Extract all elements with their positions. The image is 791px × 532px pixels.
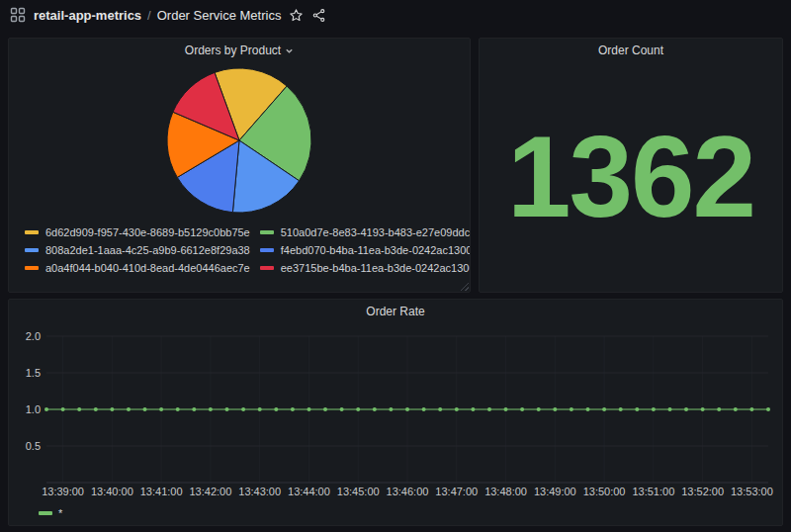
series-point bbox=[455, 407, 459, 411]
rate-chart[interactable]: 13:39:0013:40:0013:41:0013:42:0013:43:00… bbox=[17, 325, 774, 501]
series-point bbox=[717, 407, 721, 411]
series-point bbox=[192, 407, 196, 411]
stat-wrap: 1362 bbox=[480, 62, 782, 292]
legend-item[interactable]: ee3715be-b4ba-11ea-b3de-0242ac130004 bbox=[260, 262, 471, 274]
legend-swatch bbox=[260, 266, 274, 270]
x-tick-label: 13:46:00 bbox=[387, 486, 429, 497]
x-tick-label: 13:41:00 bbox=[140, 486, 183, 497]
series-point bbox=[734, 407, 738, 411]
series-point bbox=[373, 407, 377, 411]
series-point bbox=[405, 407, 409, 411]
series-point bbox=[701, 407, 705, 411]
x-tick-label: 13:43:00 bbox=[238, 486, 281, 497]
series-point bbox=[258, 407, 262, 411]
y-tick-label: 0.5 bbox=[26, 440, 41, 452]
stat-value: 1362 bbox=[507, 120, 754, 234]
legend-item[interactable]: 6d62d909-f957-430e-8689-b5129c0bb75e bbox=[25, 226, 250, 238]
series-point bbox=[602, 407, 606, 411]
panel-title-orders-by-product[interactable]: Orders by Product bbox=[9, 39, 470, 62]
panel-title-order-rate[interactable]: Order Rate bbox=[9, 300, 782, 323]
series-point bbox=[504, 407, 508, 411]
x-tick-label: 13:50:00 bbox=[583, 486, 626, 497]
x-tick-label: 13:52:00 bbox=[681, 486, 724, 497]
x-tick-label: 13:39:00 bbox=[42, 486, 84, 497]
dashboard-grid: Orders by Product 6d62d909-f957-430e-868… bbox=[0, 30, 791, 532]
series-point bbox=[586, 407, 590, 411]
series-point bbox=[143, 407, 147, 411]
series-point bbox=[537, 407, 541, 411]
x-tick-label: 13:48:00 bbox=[484, 486, 527, 497]
panel-title-label: Orders by Product bbox=[185, 44, 281, 57]
legend-swatch bbox=[25, 266, 39, 270]
series-point bbox=[438, 407, 442, 411]
series-point bbox=[274, 407, 278, 411]
share-icon[interactable] bbox=[311, 8, 326, 23]
rate-chart-body: 13:39:0013:40:0013:41:0013:42:0013:43:00… bbox=[9, 323, 782, 505]
series-point bbox=[308, 407, 311, 411]
panel-title-label: Order Count bbox=[598, 44, 663, 57]
series-point bbox=[520, 407, 524, 411]
y-tick-label: 2.0 bbox=[26, 330, 41, 342]
panel-orders-by-product: Orders by Product 6d62d909-f957-430e-868… bbox=[8, 38, 471, 293]
y-tick-label: 1.5 bbox=[26, 367, 41, 379]
apps-grid-icon[interactable] bbox=[10, 7, 26, 23]
pie-legend: 6d62d909-f957-430e-8689-b5129c0bb75e510a… bbox=[9, 215, 470, 274]
x-tick-label: 13:53:00 bbox=[731, 486, 773, 497]
series-point bbox=[225, 407, 229, 411]
series-point bbox=[766, 407, 770, 411]
legend-item[interactable]: a0a4f044-b040-410d-8ead-4de0446aec7e bbox=[25, 262, 250, 274]
legend-swatch bbox=[39, 511, 52, 515]
series-point bbox=[749, 407, 753, 411]
panel-order-rate: Order Rate 13:39:0013:40:0013:41:0013:42… bbox=[8, 299, 783, 526]
legend-item[interactable]: 510a0d7e-8e83-4193-b483-e27e09ddc34d bbox=[260, 226, 471, 238]
series-point bbox=[94, 407, 98, 411]
legend-label: * bbox=[58, 507, 62, 519]
series-point bbox=[553, 407, 557, 411]
series-point bbox=[471, 407, 475, 411]
series-point bbox=[652, 407, 656, 411]
x-tick-label: 13:42:00 bbox=[189, 486, 231, 497]
breadcrumb-dashboard-title: Order Service Metrics bbox=[157, 8, 282, 23]
legend-label: f4ebd070-b4ba-11ea-b3de-0242ac130004 bbox=[281, 244, 471, 256]
series-point bbox=[340, 407, 344, 411]
series-point bbox=[61, 407, 65, 411]
legend-item[interactable]: f4ebd070-b4ba-11ea-b3de-0242ac130004 bbox=[260, 244, 471, 256]
series-point bbox=[127, 407, 131, 411]
series-point bbox=[619, 407, 623, 411]
series-point bbox=[44, 407, 48, 411]
breadcrumb-folder[interactable]: retail-app-metrics bbox=[34, 8, 141, 23]
legend-label: ee3715be-b4ba-11ea-b3de-0242ac130004 bbox=[281, 262, 471, 274]
x-tick-label: 13:44:00 bbox=[288, 486, 330, 497]
legend-item[interactable]: 808a2de1-1aaa-4c25-a9b9-6612e8f29a38 bbox=[25, 244, 250, 256]
legend-label: 6d62d909-f957-430e-8689-b5129c0bb75e bbox=[45, 226, 250, 238]
pie-chart bbox=[165, 66, 313, 215]
panel-title-order-count[interactable]: Order Count bbox=[480, 39, 782, 62]
rate-legend-item[interactable]: * bbox=[9, 505, 782, 519]
series-point bbox=[77, 407, 81, 411]
series-point bbox=[241, 407, 245, 411]
pie-chart-wrap bbox=[9, 66, 470, 215]
legend-swatch bbox=[25, 248, 39, 252]
series-point bbox=[422, 407, 426, 411]
legend-swatch bbox=[260, 248, 274, 252]
y-tick-label: 1.0 bbox=[26, 403, 41, 415]
legend-label: 808a2de1-1aaa-4c25-a9b9-6612e8f29a38 bbox=[45, 244, 250, 256]
series-point bbox=[209, 407, 213, 411]
x-tick-label: 13:40:00 bbox=[91, 486, 133, 497]
series-point bbox=[570, 407, 573, 411]
series-point bbox=[323, 407, 327, 411]
star-icon[interactable] bbox=[289, 8, 304, 23]
x-tick-label: 13:45:00 bbox=[337, 486, 380, 497]
legend-swatch bbox=[25, 230, 39, 234]
chevron-down-icon bbox=[285, 46, 294, 55]
x-tick-label: 13:51:00 bbox=[632, 486, 674, 497]
panel-order-count: Order Count 1362 bbox=[479, 38, 783, 293]
series-point bbox=[159, 407, 163, 411]
legend-swatch bbox=[260, 230, 274, 234]
panel-resize-handle[interactable] bbox=[460, 282, 469, 291]
series-point bbox=[487, 407, 491, 411]
series-point bbox=[356, 407, 360, 411]
series-point bbox=[110, 407, 114, 411]
series-point bbox=[389, 407, 393, 411]
breadcrumb-separator: / bbox=[147, 8, 151, 23]
